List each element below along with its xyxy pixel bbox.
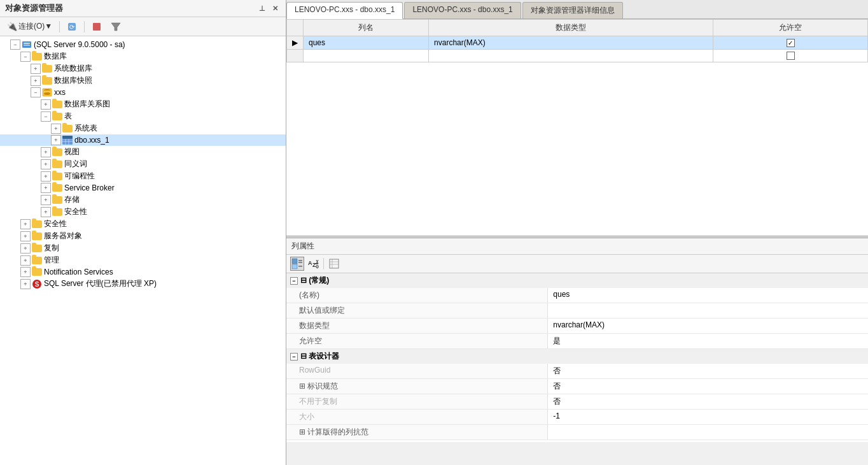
prop-nullable-value[interactable]: 是 — [548, 334, 868, 348]
section-general-expand[interactable]: − — [290, 277, 298, 285]
prop-default-value[interactable] — [548, 303, 868, 318]
tree-item-management[interactable]: + 管理 — [0, 254, 286, 266]
expand-prog[interactable]: + — [41, 171, 51, 182]
tree-item-server-objects[interactable]: + 服务器对象 — [0, 230, 286, 242]
expand-tables[interactable]: − — [41, 111, 51, 122]
expand-storage[interactable]: + — [41, 195, 51, 205]
prop-pages-btn[interactable] — [327, 257, 341, 271]
tree-item-security-db[interactable]: + 安全性 — [0, 206, 286, 218]
prop-separator — [323, 258, 324, 269]
col-name-empty[interactable] — [304, 50, 429, 62]
tree-item-dbo-xxs1[interactable]: + dbo.xxs_1 — [0, 134, 286, 146]
folder-databases-icon — [32, 52, 42, 62]
refresh-button[interactable]: ⟳ — [64, 20, 80, 34]
tree-area[interactable]: − (SQL Server 9.0.5000 - sa) − — [0, 36, 286, 465]
filter-button[interactable] — [108, 20, 124, 34]
expand-management[interactable]: + — [20, 255, 31, 266]
stop-button[interactable] — [88, 20, 105, 34]
prop-sort-alpha-btn[interactable]: A Z — [306, 257, 320, 271]
prop-size-value[interactable]: -1 — [548, 410, 868, 424]
prop-computed-value[interactable] — [548, 425, 868, 440]
computed-expand-icon[interactable]: ⊞ — [299, 427, 305, 436]
tree-item-notification[interactable]: + Notification Services — [0, 266, 286, 278]
prop-noreplicate-value[interactable]: 否 — [548, 394, 868, 409]
expand-views[interactable]: + — [41, 147, 51, 157]
grid-row-empty[interactable] — [287, 50, 868, 62]
unchecked-icon[interactable] — [787, 52, 795, 60]
i1 — [0, 267, 10, 277]
prop-sort-category-btn[interactable] — [290, 257, 304, 271]
expand-synonyms[interactable]: + — [41, 159, 51, 169]
nullable-checkbox-1[interactable]: ✓ — [718, 39, 862, 47]
col-type-ques[interactable]: nvarchar(MAX) — [429, 36, 713, 50]
expand-systables[interactable]: + — [51, 124, 61, 134]
tree-item-replication[interactable]: + 复制 — [0, 242, 286, 254]
section-general-header[interactable]: − ⊟ (常规) — [286, 273, 868, 288]
svg-text:A: A — [308, 260, 312, 266]
identity-expand-icon[interactable]: ⊞ — [299, 382, 305, 390]
i1 — [0, 255, 10, 266]
tree-item-prog[interactable]: + 可编程性 — [0, 170, 286, 182]
i4 — [31, 99, 41, 110]
pin-icon[interactable]: ⊥ — [256, 3, 268, 14]
tree-item-diagrams[interactable]: + 数据库关系图 — [0, 98, 286, 110]
i2 — [10, 195, 20, 205]
expand-notification[interactable]: + — [20, 267, 31, 277]
prop-identity-value[interactable]: 否 — [548, 379, 868, 394]
tree-item-agent[interactable]: + S SQL Server 代理(已禁用代理 XP) — [0, 278, 286, 290]
table-dbo-icon — [62, 135, 73, 145]
expand-security[interactable]: + — [20, 219, 31, 229]
expand-root[interactable]: − — [10, 39, 20, 50]
row-marker-2 — [287, 50, 304, 62]
tab-1[interactable]: LENOVO-PC.xxs - dbo.xxs_1 — [286, 2, 403, 19]
tree-item-sysdb[interactable]: + 系统数据库 — [0, 62, 286, 75]
tree-item-storage[interactable]: + 存储 — [0, 194, 286, 206]
col-name-ques[interactable]: ques — [304, 36, 429, 50]
prop-row-name: (名称) ques — [286, 288, 868, 303]
expand-snapshot[interactable]: + — [31, 76, 41, 86]
section-tabledesigner-header[interactable]: − ⊟ 表设计器 — [286, 349, 868, 364]
tree-item-tables[interactable]: − 表 — [0, 110, 286, 122]
panel-header: 对象资源管理器 ⊥ ✕ — [0, 0, 286, 17]
expand-security-db[interactable]: + — [41, 207, 51, 217]
tab-2[interactable]: LENOVO-PC.xxs - dbo.xxs_1 — [404, 2, 521, 18]
views-label: 视图 — [64, 147, 80, 157]
prop-rowguid-value[interactable]: 否 — [548, 364, 868, 378]
tab-3[interactable]: 对象资源管理器详细信息 — [522, 2, 623, 18]
expand-sysdb[interactable]: + — [31, 64, 41, 74]
connect-button[interactable]: 🔌 连接(O)▼ — [4, 19, 55, 34]
tree-item-views[interactable]: + 视图 — [0, 146, 286, 158]
expand-replication[interactable]: + — [20, 243, 31, 254]
tree-item-systables[interactable]: + 系统表 — [0, 122, 286, 134]
section-tabledesigner-expand[interactable]: − — [290, 353, 298, 361]
svg-rect-31 — [330, 259, 339, 268]
server-icon — [22, 39, 32, 50]
prop-noreplicate-label: 不用于复制 — [286, 394, 548, 409]
expand-diagrams[interactable]: + — [41, 99, 51, 110]
tree-item-root[interactable]: − (SQL Server 9.0.5000 - sa) — [0, 39, 286, 50]
col-type-empty[interactable] — [429, 50, 713, 62]
i1 — [0, 183, 10, 193]
sysdb-label: 系统数据库 — [54, 63, 92, 74]
expand-dbo-xxs1[interactable]: + — [51, 135, 61, 145]
expand-svcbroker[interactable]: + — [41, 183, 51, 193]
prop-datatype-value[interactable]: nvarchar(MAX) — [548, 318, 868, 333]
tree-item-service-broker[interactable]: + Service Broker — [0, 182, 286, 194]
svg-text:Z: Z — [312, 262, 316, 268]
nullable-checkbox-2[interactable] — [718, 52, 862, 60]
i4 — [31, 147, 41, 157]
checked-icon[interactable]: ✓ — [787, 39, 795, 47]
grid-row-ques[interactable]: ▶ ques nvarchar(MAX) ✓ — [287, 36, 868, 50]
expand-agent[interactable]: + — [20, 279, 31, 289]
expand-databases[interactable]: − — [20, 52, 31, 62]
close-panel-icon[interactable]: ✕ — [269, 3, 281, 14]
tree-item-xxs[interactable]: − xxs — [0, 87, 286, 98]
expand-xxs[interactable]: − — [31, 87, 41, 97]
tree-item-snapshot[interactable]: + 数据库快照 — [0, 75, 286, 87]
tree-item-synonyms[interactable]: + 同义词 — [0, 158, 286, 170]
prop-name-value[interactable]: ques — [548, 288, 868, 303]
expand-server-objects[interactable]: + — [20, 231, 31, 241]
folder-sysdb-icon — [42, 64, 52, 74]
tree-item-databases[interactable]: − 数据库 — [0, 50, 286, 62]
tree-item-security[interactable]: + 安全性 — [0, 218, 286, 230]
